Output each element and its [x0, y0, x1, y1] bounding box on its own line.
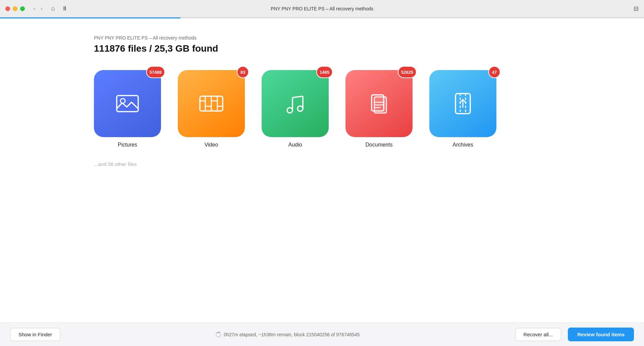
category-pictures[interactable]: 57488 Pictures [94, 70, 161, 148]
recovery-subtitle: PNY PNY PRO ELITE PS – All recovery meth… [94, 35, 550, 41]
video-icon [178, 70, 245, 137]
close-button[interactable] [5, 6, 10, 11]
archives-label: Archives [452, 142, 473, 148]
svg-rect-0 [117, 96, 138, 112]
video-icon-wrapper: 83 [178, 70, 245, 137]
recover-all-button[interactable]: Recover all... [515, 328, 561, 341]
category-archives[interactable]: 47 Archives [429, 70, 496, 148]
forward-button[interactable]: › [39, 4, 44, 13]
svg-line-14 [292, 96, 303, 98]
titlebar: ‹ › ⌂ ⏸ PNY PNY PRO ELITE PS – All recov… [0, 0, 644, 17]
archives-badge: 47 [488, 66, 500, 78]
home-button[interactable]: ⌂ [49, 4, 58, 13]
category-documents[interactable]: 52625 Documents [345, 70, 413, 148]
categories-row: 57488 Pictures [94, 70, 550, 148]
audio-icon [262, 70, 329, 137]
category-video[interactable]: 83 Video [178, 70, 245, 148]
nav-buttons: ‹ › ⌂ ⏸ [32, 4, 70, 13]
traffic-lights [5, 6, 25, 11]
svg-point-1 [120, 99, 125, 103]
video-label: Video [205, 142, 218, 148]
status-text: 0h27m elapsed, ~1h38m remain, block 2150… [224, 332, 360, 337]
category-audio[interactable]: 1485 Audio [262, 70, 329, 148]
audio-label: Audio [288, 142, 302, 148]
fullscreen-button[interactable] [20, 6, 25, 11]
pictures-icon [94, 70, 161, 137]
review-found-items-button[interactable]: Review found items [568, 328, 634, 341]
documents-icon-wrapper: 52625 [345, 70, 413, 137]
status-area: 0h27m elapsed, ~1h38m remain, block 2150… [67, 332, 508, 337]
pause-button[interactable]: ⏸ [59, 4, 70, 13]
video-badge: 83 [237, 66, 249, 78]
back-button[interactable]: ‹ [32, 4, 37, 13]
audio-icon-wrapper: 1485 [262, 70, 329, 137]
pictures-label: Pictures [118, 142, 137, 148]
archives-icon [429, 70, 496, 137]
other-files-text: ...and 56 other files [94, 161, 550, 167]
window-title: PNY PNY PRO ELITE PS – All recovery meth… [271, 6, 373, 11]
svg-point-10 [287, 108, 292, 113]
documents-label: Documents [366, 142, 393, 148]
loading-spinner [216, 332, 221, 337]
svg-point-11 [298, 106, 303, 111]
documents-icon [345, 70, 413, 137]
bottom-bar: Show in Finder 0h27m elapsed, ~1h38m rem… [0, 323, 644, 346]
audio-badge: 1485 [316, 66, 333, 78]
archives-icon-wrapper: 47 [429, 70, 496, 137]
main-content: PNY PNY PRO ELITE PS – All recovery meth… [0, 18, 644, 323]
pictures-icon-wrapper: 57488 [94, 70, 161, 137]
show-in-finder-button[interactable]: Show in Finder [10, 328, 60, 341]
documents-badge: 52625 [398, 66, 417, 78]
minimize-button[interactable] [13, 6, 17, 11]
files-found-title: 111876 files / 25,3 GB found [94, 43, 550, 54]
pictures-badge: 57488 [146, 66, 165, 78]
reader-icon[interactable]: ⊟ [634, 5, 639, 12]
